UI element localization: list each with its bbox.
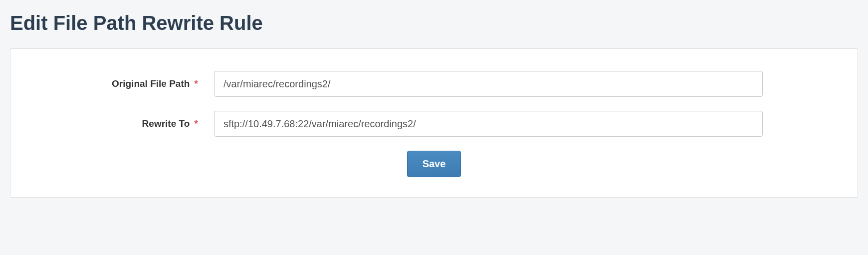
save-button[interactable]: Save xyxy=(407,151,461,177)
label-rewrite-to: Rewrite To * xyxy=(34,118,214,129)
form-row-original-path: Original File Path * xyxy=(34,71,834,97)
label-rewrite-to-text: Rewrite To xyxy=(142,118,190,129)
form-panel: Original File Path * Rewrite To * Save xyxy=(10,48,858,198)
required-mark: * xyxy=(195,78,198,89)
form-row-rewrite-to: Rewrite To * xyxy=(34,111,834,137)
page-title: Edit File Path Rewrite Rule xyxy=(10,12,858,34)
button-row: Save xyxy=(34,151,834,177)
page-container: Edit File Path Rewrite Rule Original Fil… xyxy=(0,0,868,208)
label-original-path: Original File Path * xyxy=(34,78,214,89)
label-original-path-text: Original File Path xyxy=(112,78,190,89)
required-mark: * xyxy=(195,118,198,129)
rewrite-to-input[interactable] xyxy=(214,111,763,137)
original-file-path-input[interactable] xyxy=(214,71,763,97)
